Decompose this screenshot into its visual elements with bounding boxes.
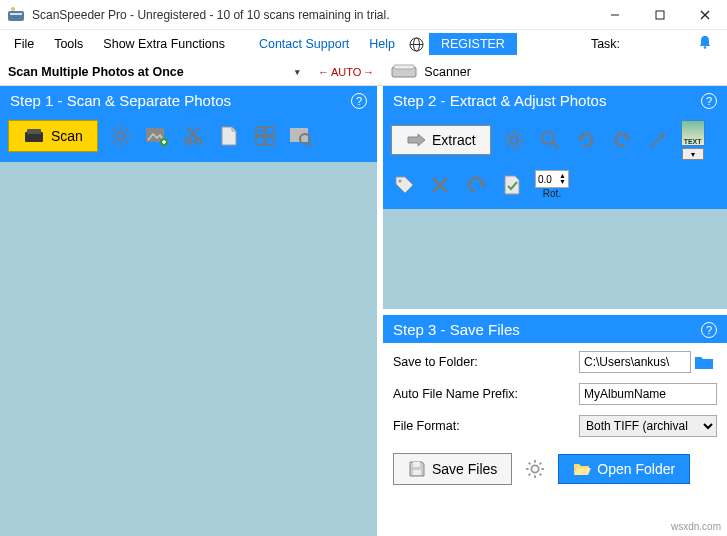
step2-header: Step 2 - Extract & Adjust Photos ? — [383, 86, 727, 114]
add-image-icon[interactable] — [144, 123, 170, 149]
maximize-button[interactable] — [637, 0, 682, 29]
gear-icon[interactable] — [108, 123, 134, 149]
modebar: Scan Multiple Photos at Once ▾ ← AUTO → … — [0, 58, 727, 86]
svg-line-70 — [529, 463, 531, 465]
step3-body: Save to Folder: Auto File Name Prefix: F… — [383, 343, 727, 447]
svg-line-22 — [126, 129, 128, 131]
bell-icon[interactable] — [689, 34, 721, 54]
svg-line-49 — [507, 145, 509, 147]
prefix-label: Auto File Name Prefix: — [393, 387, 579, 401]
svg-line-47 — [519, 145, 521, 147]
svg-line-72 — [540, 463, 542, 465]
svg-line-71 — [540, 474, 542, 476]
step1-help-icon[interactable]: ? — [351, 93, 367, 109]
save-to-label: Save to Folder: — [393, 355, 579, 369]
svg-point-59 — [399, 179, 402, 182]
step2-help-icon[interactable]: ? — [701, 93, 717, 109]
mode-label: Scan Multiple Photos at Once — [8, 65, 184, 79]
page-icon[interactable] — [216, 123, 242, 149]
svg-line-40 — [308, 143, 312, 146]
save-icon — [408, 460, 426, 478]
titlebar: ScanSpeeder Pro - Unregistered - 10 of 1… — [0, 0, 727, 30]
svg-rect-33 — [266, 127, 274, 135]
menubar: File Tools Show Extra Functions Contact … — [0, 30, 727, 58]
scan-button[interactable]: Scan — [8, 120, 98, 152]
menu-help[interactable]: Help — [361, 34, 403, 54]
gear-icon-2[interactable] — [501, 127, 527, 153]
svg-line-46 — [507, 133, 509, 135]
undo-icon[interactable] — [463, 172, 489, 198]
format-select[interactable]: Both TIFF (archival — [579, 415, 717, 437]
svg-rect-4 — [656, 11, 664, 19]
extract-button[interactable]: Extract — [391, 125, 491, 155]
page-check-icon[interactable] — [499, 172, 525, 198]
menu-contact[interactable]: Contact Support — [251, 34, 357, 54]
prefix-input[interactable] — [579, 383, 717, 405]
menu-extra[interactable]: Show Extra Functions — [95, 34, 233, 54]
task-label: Task: — [591, 37, 620, 51]
svg-line-73 — [529, 474, 531, 476]
svg-rect-35 — [266, 137, 274, 145]
step1-canvas[interactable] — [0, 162, 377, 536]
svg-rect-1 — [10, 13, 22, 15]
step2-canvas[interactable] — [383, 209, 727, 309]
magnify-icon[interactable] — [537, 127, 563, 153]
step3-actions: Save Files Open Folder — [383, 447, 727, 497]
step1-toolbar: Scan — [0, 114, 377, 162]
auto-indicator[interactable]: ← AUTO → — [308, 66, 384, 78]
save-folder-input[interactable] — [579, 351, 691, 373]
svg-line-23 — [114, 141, 116, 143]
svg-point-10 — [704, 46, 707, 49]
window-title: ScanSpeeder Pro - Unregistered - 10 of 1… — [32, 8, 592, 22]
scan-icon — [23, 127, 45, 145]
rotate-ccw-icon[interactable] — [573, 127, 599, 153]
step3-header: Step 3 - Save Files ? — [383, 315, 727, 343]
svg-point-65 — [532, 465, 539, 472]
app-icon — [6, 5, 26, 25]
browse-folder-icon[interactable] — [691, 354, 717, 370]
svg-line-48 — [519, 133, 521, 135]
svg-line-51 — [553, 143, 559, 149]
caret-icon: ▾ — [295, 67, 300, 77]
svg-line-21 — [126, 141, 128, 143]
arrow-right-icon — [406, 133, 426, 147]
grid-icon[interactable] — [252, 123, 278, 149]
folder-open-icon — [573, 462, 591, 476]
menu-tools[interactable]: Tools — [46, 34, 91, 54]
globe-icon[interactable] — [407, 35, 425, 53]
tag-icon[interactable] — [391, 172, 417, 198]
text-icon: TEXT — [681, 120, 705, 146]
step1-title: Step 1 - Scan & Separate Photos — [10, 92, 231, 109]
svg-rect-63 — [413, 462, 420, 467]
wand-icon[interactable] — [645, 127, 671, 153]
svg-rect-64 — [413, 470, 421, 475]
step1-header: Step 1 - Scan & Separate Photos ? — [0, 86, 377, 114]
svg-rect-34 — [256, 137, 264, 145]
scanner-selector[interactable]: Scanner — [384, 63, 477, 81]
open-folder-button[interactable]: Open Folder — [558, 454, 690, 484]
mode-dropdown[interactable]: Scan Multiple Photos at Once ▾ — [0, 65, 308, 79]
chevron-down-icon[interactable]: ▾ — [682, 148, 704, 160]
step2-toolbar-row2: 0.0▲▼ Rot. — [383, 170, 727, 209]
delete-icon[interactable] — [427, 172, 453, 198]
rotation-spinner[interactable]: 0.0▲▼ Rot. — [535, 170, 569, 199]
step2-toolbar-row1: Extract TEXT ▾ — [383, 114, 727, 170]
close-button[interactable] — [682, 0, 727, 29]
svg-line-54 — [651, 135, 663, 147]
svg-line-20 — [114, 129, 116, 131]
watermark: wsxdn.com — [671, 521, 721, 532]
text-toggle[interactable]: TEXT ▾ — [681, 120, 705, 160]
save-files-button[interactable]: Save Files — [393, 453, 512, 485]
rotate-cw-icon[interactable] — [609, 127, 635, 153]
menu-file[interactable]: File — [6, 34, 42, 54]
step3-help-icon[interactable]: ? — [701, 322, 717, 338]
cut-icon[interactable] — [180, 123, 206, 149]
step3-title: Step 3 - Save Files — [393, 321, 520, 338]
gear-icon-3[interactable] — [522, 456, 548, 482]
minimize-button[interactable] — [592, 0, 637, 29]
svg-point-2 — [11, 7, 15, 11]
register-button[interactable]: REGISTER — [429, 33, 517, 55]
svg-point-41 — [510, 136, 518, 144]
svg-point-15 — [117, 132, 125, 140]
zoom-icon[interactable] — [288, 123, 314, 149]
